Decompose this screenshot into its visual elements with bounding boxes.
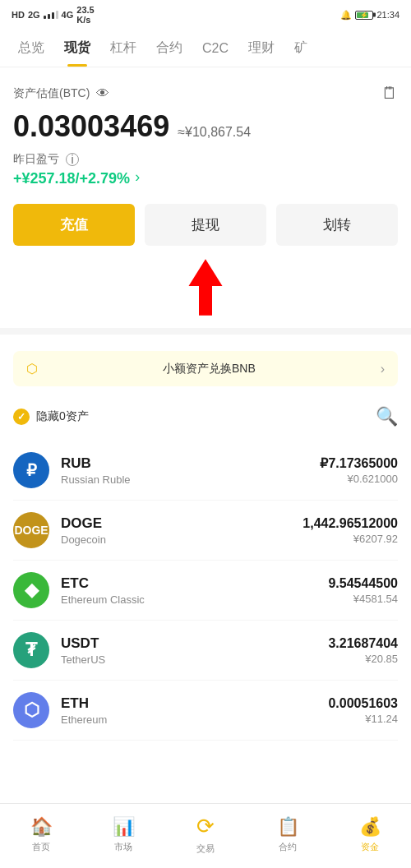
nav-trade-label: 交易 <box>196 843 215 855</box>
tab-mining[interactable]: 矿 <box>284 30 317 67</box>
asset-label-text: 资产估值(BTC) <box>13 86 90 101</box>
signal-bars <box>44 11 58 19</box>
filter-text: 隐藏0资产 <box>36 409 89 424</box>
funds-icon: 💰 <box>359 816 381 838</box>
eth-name: Ethereum <box>61 713 328 726</box>
nav-home-label: 首页 <box>32 841 50 853</box>
trade-icon: ⟳ <box>196 814 215 839</box>
usdt-cny: ¥20.85 <box>328 653 398 665</box>
charging-icon: ⚡ <box>360 12 368 19</box>
asset-label-row: 资产估值(BTC) 👁 🗒 <box>13 84 398 103</box>
rub-name: Russian Ruble <box>61 473 320 486</box>
nav-market[interactable]: 📊 市场 <box>82 813 164 856</box>
transfer-button[interactable]: 划转 <box>276 204 398 246</box>
tab-spot[interactable]: 现货 <box>54 30 100 67</box>
arrow-annotation <box>13 254 398 320</box>
speed-indicator: 23.5K/s <box>76 5 94 25</box>
info-icon[interactable]: i <box>66 153 79 166</box>
asset-item-etc[interactable]: ◆ ETC Ethereum Classic 9.54544500 ¥4581.… <box>13 561 398 621</box>
asset-item-rub[interactable]: ₽ RUB Russian Ruble ₽7.17365000 ¥0.62100… <box>13 441 398 501</box>
asset-btc-display: 0.03003469 ≈¥10,867.54 <box>13 109 398 144</box>
filter-left: ✓ 隐藏0资产 <box>13 409 89 425</box>
check-icon[interactable]: ✓ <box>13 409 30 425</box>
tab-margin[interactable]: 杠杆 <box>100 30 146 67</box>
battery-icon: ⚡ <box>355 11 373 20</box>
etc-values: 9.54544500 ¥4581.54 <box>328 576 398 605</box>
etc-amount: 9.54544500 <box>328 576 398 591</box>
rub-cny: ¥0.621000 <box>320 473 398 485</box>
rub-symbol: RUB <box>61 455 320 472</box>
eth-amount: 0.00051603 <box>328 696 398 711</box>
usdt-name: TetherUS <box>61 653 328 666</box>
asset-item-doge[interactable]: DOGE DOGE Dogecoin 1,442.96512000 ¥6207.… <box>13 501 398 561</box>
action-buttons: 充值 提现 划转 <box>13 204 398 246</box>
bottom-nav: 🏠 首页 📊 市场 ⟳ 交易 📋 合约 💰 资金 <box>0 803 411 868</box>
bnb-banner-text: 小额资产兑换BNB <box>163 362 256 376</box>
eth-symbol: ETH <box>61 695 328 712</box>
tab-c2c[interactable]: C2C <box>192 31 238 66</box>
section-divider <box>0 328 411 335</box>
search-icon[interactable]: 🔍 <box>376 406 398 427</box>
pnl-chevron-icon[interactable]: › <box>135 169 140 186</box>
usdt-symbol: USDT <box>61 635 328 652</box>
alarm-icon: 🔔 <box>340 10 352 21</box>
asset-item-eth[interactable]: ⬡ ETH Ethereum 0.00051603 ¥11.24 <box>13 681 398 741</box>
pnl-value: +¥257.18/+2.79% <box>13 170 130 187</box>
doge-amount: 1,442.96512000 <box>302 516 398 531</box>
4g-indicator: 4G <box>62 10 74 20</box>
rub-amount: ₽7.17365000 <box>320 455 398 471</box>
asset-list: ₽ RUB Russian Ruble ₽7.17365000 ¥0.62100… <box>13 441 398 741</box>
eth-info: ETH Ethereum <box>61 695 328 726</box>
etc-symbol: ETC <box>61 575 328 592</box>
svg-marker-1 <box>187 257 224 316</box>
lower-content: ⬡ 小额资产兑换BNB › ✓ 隐藏0资产 🔍 ₽ RUB Russian Ru… <box>0 335 411 741</box>
hd-indicator: HD <box>12 10 25 20</box>
rub-values: ₽7.17365000 ¥0.621000 <box>320 455 398 485</box>
etc-cny: ¥4581.54 <box>328 593 398 605</box>
arrow-up-icon <box>181 254 230 320</box>
nav-tabs: 总览 现货 杠杆 合约 C2C 理财 矿 <box>0 30 411 67</box>
signal-2g: 2G <box>28 10 40 20</box>
doge-icon: DOGE <box>13 512 49 548</box>
nav-funds-label: 资金 <box>361 841 379 853</box>
bnb-chevron-icon: › <box>381 362 385 376</box>
nav-market-label: 市场 <box>114 841 132 853</box>
eye-icon[interactable]: 👁 <box>96 86 109 101</box>
nav-home[interactable]: 🏠 首页 <box>0 813 82 856</box>
etc-info: ETC Ethereum Classic <box>61 575 328 606</box>
eth-icon: ⬡ <box>13 692 49 728</box>
doge-name: Dogecoin <box>61 533 302 546</box>
rub-icon: ₽ <box>13 452 49 488</box>
deposit-button[interactable]: 充值 <box>13 204 135 246</box>
history-icon[interactable]: 🗒 <box>381 84 398 103</box>
eth-values: 0.00051603 ¥11.24 <box>328 696 398 725</box>
usdt-info: USDT TetherUS <box>61 635 328 666</box>
doge-info: DOGE Dogecoin <box>61 515 302 546</box>
nav-trade[interactable]: ⟳ 交易 <box>164 810 247 858</box>
doge-symbol: DOGE <box>61 515 302 532</box>
daily-pnl-row: 昨日盈亏 i <box>13 152 398 167</box>
eth-cny: ¥11.24 <box>328 713 398 725</box>
usdt-amount: 3.21687404 <box>328 636 398 651</box>
status-left: HD 2G 4G 23.5K/s <box>12 5 95 25</box>
nav-futures-label: 合约 <box>279 841 297 853</box>
withdraw-button[interactable]: 提现 <box>145 204 266 246</box>
bnb-icon: ⬡ <box>26 361 38 376</box>
doge-values: 1,442.96512000 ¥6207.92 <box>302 516 398 545</box>
asset-item-usdt[interactable]: ₮ USDT TetherUS 3.21687404 ¥20.85 <box>13 621 398 681</box>
main-content: 资产估值(BTC) 👁 🗒 0.03003469 ≈¥10,867.54 昨日盈… <box>0 67 411 320</box>
nav-funds[interactable]: 💰 资金 <box>329 813 411 856</box>
rub-info: RUB Russian Ruble <box>61 455 320 486</box>
bnb-banner[interactable]: ⬡ 小额资产兑换BNB › <box>13 351 398 386</box>
futures-icon: 📋 <box>277 816 299 838</box>
tab-earn[interactable]: 理财 <box>238 30 284 67</box>
status-bar: HD 2G 4G 23.5K/s 🔔 ⚡ 21:34 <box>0 0 411 30</box>
daily-pnl-label: 昨日盈亏 <box>13 152 59 167</box>
doge-cny: ¥6207.92 <box>302 533 398 545</box>
btc-amount: 0.03003469 <box>13 109 169 144</box>
tab-futures[interactable]: 合约 <box>146 30 192 67</box>
cny-approx: ≈¥10,867.54 <box>178 125 251 140</box>
usdt-icon: ₮ <box>13 632 49 668</box>
tab-overview[interactable]: 总览 <box>8 30 54 67</box>
nav-futures[interactable]: 📋 合约 <box>247 813 329 856</box>
